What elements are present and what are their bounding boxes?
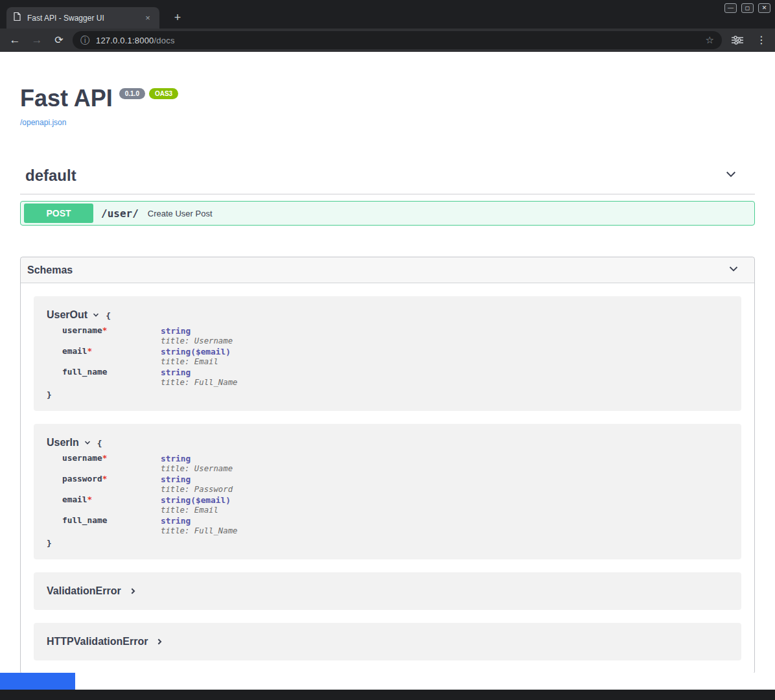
model-name: HTTPValidationError <box>47 636 148 648</box>
page-title: Fast API <box>20 87 113 110</box>
model-name: ValidationError <box>47 585 121 597</box>
required-star: * <box>102 474 108 484</box>
window-controls: — ▢ ✕ <box>724 3 770 13</box>
property-format: ($email) <box>191 495 231 505</box>
tab-close-icon[interactable]: × <box>143 13 153 23</box>
operation-path: /user/ <box>101 207 139 220</box>
property-details: string title: Username <box>161 452 233 473</box>
property-details: string($email) title: Email <box>161 494 231 515</box>
model-httpvalidationerror-toggle[interactable]: HTTPValidationError <box>47 636 735 648</box>
property-name: username* <box>62 325 161 345</box>
site-info-icon[interactable]: ⓘ <box>80 31 89 49</box>
property-details: string title: Full_Name <box>161 366 237 387</box>
model-httpvalidationerror: HTTPValidationError <box>34 623 741 660</box>
property-name: full_name <box>62 515 161 535</box>
extensions-icon[interactable] <box>731 35 744 45</box>
chevron-right-icon[interactable] <box>156 637 164 646</box>
property-type: string <box>161 368 191 377</box>
model-validationerror-toggle[interactable]: ValidationError <box>47 585 735 597</box>
property-name: username* <box>62 452 161 473</box>
new-tab-button[interactable]: + <box>168 8 187 27</box>
property-type: string <box>161 474 191 484</box>
tag-title: default <box>25 167 76 185</box>
schema-property-row: username* string title: Username <box>62 452 735 473</box>
address-bar[interactable]: ⓘ 127.0.0.1:8000/docs ☆ <box>73 31 722 49</box>
schema-property-row: password* string title: Password <box>62 473 735 494</box>
property-title: title: Full_Name <box>161 378 237 387</box>
model-properties: username* string title: Username passwor… <box>62 452 735 535</box>
tag-section-default[interactable]: default <box>20 167 755 194</box>
schema-property-row: email* string($email) title: Email <box>62 345 735 366</box>
chevron-down-icon[interactable] <box>724 167 738 184</box>
property-type: string <box>161 454 191 463</box>
chevron-down-icon[interactable] <box>92 311 100 319</box>
url-text: 127.0.0.1:8000/docs <box>96 36 706 45</box>
titlebar: Fast API - Swagger UI × + — ▢ ✕ <box>0 0 775 29</box>
model-name: UserIn <box>47 437 79 449</box>
browser-toolbar: ← → ⟳ ⓘ 127.0.0.1:8000/docs ☆ ⋮ <box>0 29 775 52</box>
forward-button[interactable]: → <box>27 29 47 52</box>
window-maximize-button[interactable]: ▢ <box>741 3 754 13</box>
property-details: string title: Full_Name <box>161 515 237 535</box>
close-brace: } <box>47 538 735 548</box>
api-info: Fast API 0.1.0 OAS3 /openapi.json <box>20 87 755 128</box>
model-userout: UserOut { username* string title: Userna… <box>34 296 741 411</box>
close-icon: ✕ <box>759 4 770 12</box>
model-validationerror: ValidationError <box>34 572 741 610</box>
minimize-icon: — <box>725 4 736 12</box>
schemas-header[interactable]: Schemas <box>21 257 754 283</box>
schemas-section: Schemas UserOut { <box>20 257 755 673</box>
badges: 0.1.0 OAS3 <box>119 88 178 99</box>
model-userin: UserIn { username* string title: Usernam… <box>34 424 741 559</box>
property-name: email* <box>62 494 161 515</box>
open-brace: { <box>97 438 102 448</box>
model-userout-toggle[interactable]: UserOut { <box>47 309 735 321</box>
schemas-body: UserOut { username* string title: Userna… <box>21 283 754 673</box>
browser-menu-icon[interactable]: ⋮ <box>752 29 771 52</box>
property-type: string <box>161 347 191 356</box>
property-name: password* <box>62 473 161 494</box>
required-star: * <box>87 346 93 356</box>
property-title: title: Username <box>161 464 233 473</box>
property-details: string title: Password <box>161 473 233 494</box>
url-host: 127.0.0.1:8000 <box>96 36 154 45</box>
required-star: * <box>87 495 93 504</box>
property-title: title: Full_Name <box>161 526 237 535</box>
tab-title: Fast API - Swagger UI <box>27 14 143 23</box>
open-brace: { <box>106 310 111 320</box>
chevron-down-icon[interactable] <box>84 439 91 447</box>
property-title: title: Username <box>161 336 233 345</box>
required-star: * <box>102 325 108 335</box>
property-format: ($email) <box>191 347 231 356</box>
schema-property-row: full_name string title: Full_Name <box>62 366 735 387</box>
model-name: UserOut <box>47 309 87 321</box>
property-name: email* <box>62 345 161 366</box>
opblock-post-user[interactable]: POST /user/ Create User Post <box>20 201 755 226</box>
page-content: Fast API 0.1.0 OAS3 /openapi.json defaul… <box>0 52 775 673</box>
property-details: string title: Username <box>161 325 233 345</box>
property-type: string <box>161 326 191 336</box>
oas-badge: OAS3 <box>149 88 178 99</box>
browser-tab[interactable]: Fast API - Swagger UI × <box>6 7 159 29</box>
operation-summary: Create User Post <box>148 209 213 218</box>
property-name: full_name <box>62 366 161 387</box>
maximize-icon: ▢ <box>742 4 753 12</box>
chevron-right-icon[interactable] <box>129 587 137 596</box>
url-path: /docs <box>154 36 175 45</box>
bookmark-star-icon[interactable]: ☆ <box>706 34 714 46</box>
chevron-down-icon[interactable] <box>727 262 740 278</box>
window-close-button[interactable]: ✕ <box>758 3 770 13</box>
property-type: string <box>161 516 191 526</box>
schema-property-row: email* string($email) title: Email <box>62 494 735 515</box>
window-minimize-button[interactable]: — <box>724 3 737 13</box>
favicon-page-icon <box>13 12 21 24</box>
version-badge: 0.1.0 <box>119 88 145 99</box>
model-properties: username* string title: Username email* … <box>62 325 735 387</box>
close-brace: } <box>47 390 735 399</box>
reload-button[interactable]: ⟳ <box>49 29 69 52</box>
model-userin-toggle[interactable]: UserIn { <box>47 437 735 449</box>
property-details: string($email) title: Email <box>161 345 231 366</box>
property-title: title: Password <box>161 485 233 494</box>
back-button[interactable]: ← <box>5 29 25 52</box>
openapi-spec-link[interactable]: /openapi.json <box>20 118 66 127</box>
